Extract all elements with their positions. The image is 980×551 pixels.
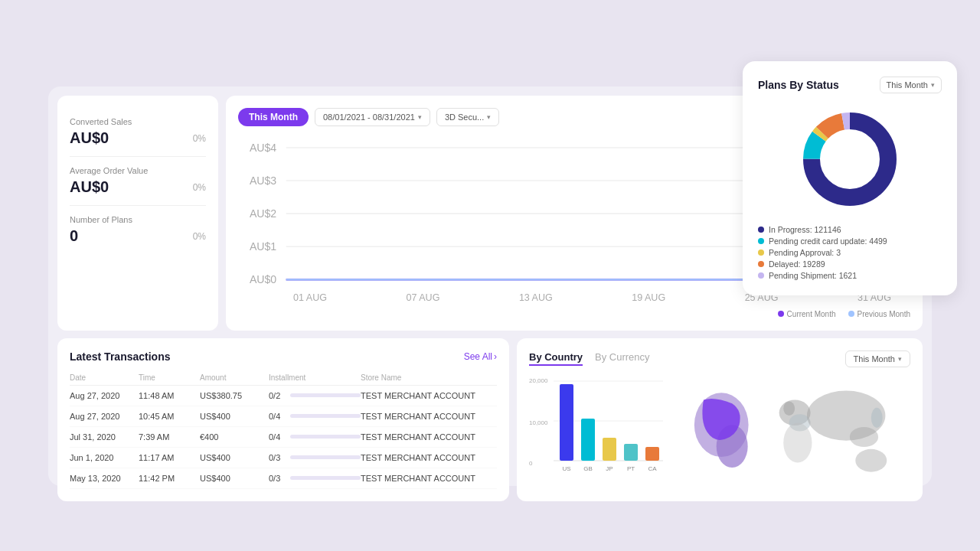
svg-point-38 <box>783 401 795 416</box>
td-date: Aug 27, 2020 <box>70 412 139 421</box>
td-store: TEST MERCHANT ACCOUNT <box>361 474 497 483</box>
legend-item: Pending Approval: 3 <box>758 248 942 257</box>
country-this-month-button[interactable]: This Month ▾ <box>845 350 910 367</box>
filter-label: 3D Secu... <box>445 112 484 122</box>
plans-this-month-label: This Month <box>887 80 928 90</box>
svg-text:JP: JP <box>606 465 612 472</box>
col-date: Date <box>70 373 139 382</box>
stat-num-plans-value: 0 <box>70 227 78 245</box>
svg-point-41 <box>871 407 883 427</box>
svg-text:PT: PT <box>627 465 635 472</box>
arrow-right-icon: › <box>494 351 497 362</box>
svg-point-43 <box>855 448 887 471</box>
filter-button[interactable]: 3D Secu... ▾ <box>436 108 499 126</box>
td-date: Aug 27, 2020 <box>70 391 139 400</box>
this-month-button[interactable]: This Month <box>238 108 309 126</box>
plans-this-month-button[interactable]: This Month ▾ <box>880 77 942 93</box>
svg-rect-28 <box>603 438 616 461</box>
chevron-down-icon: ▾ <box>931 81 935 89</box>
donut-chart <box>758 106 942 213</box>
legend-label: Pending Approval: 3 <box>769 248 841 257</box>
stat-avg-order-label: Average Order Value <box>70 166 206 175</box>
bar-chart: 20,000 10,000 0 US GB <box>529 375 682 489</box>
legend-item: Pending Shipment: 1621 <box>758 271 942 280</box>
td-time: 11:42 PM <box>139 474 200 483</box>
see-all-label: See All <box>464 351 492 362</box>
plans-legend: In Progress: 121146 Pending credit card … <box>758 225 942 280</box>
td-store: TEST MERCHANT ACCOUNT <box>361 412 497 421</box>
td-installment: 0/4 <box>269 432 361 442</box>
td-time: 11:48 AM <box>139 391 200 400</box>
legend-previous: Previous Month <box>848 310 910 318</box>
col-store: Store Name <box>361 373 497 382</box>
svg-rect-32 <box>645 447 659 461</box>
legend-item: In Progress: 121146 <box>758 225 942 234</box>
svg-text:AU$4: AU$4 <box>250 142 276 154</box>
svg-rect-24 <box>560 384 573 461</box>
svg-text:10,000: 10,000 <box>529 419 548 426</box>
country-header: By Country By Currency This Month ▾ <box>529 350 910 367</box>
td-amount: US$400 <box>200 453 269 462</box>
legend-item: Pending credit card update: 4499 <box>758 236 942 246</box>
chevron-down-icon: ▾ <box>898 355 902 363</box>
td-date: May 13, 2020 <box>70 474 139 483</box>
td-date: Jun 1, 2020 <box>70 453 139 462</box>
td-amount: US$400 <box>200 474 269 483</box>
td-store: TEST MERCHANT ACCOUNT <box>361 432 497 442</box>
date-range-button[interactable]: 08/01/2021 - 08/31/2021 ▾ <box>315 108 430 126</box>
date-range-label: 08/01/2021 - 08/31/2021 <box>323 112 415 122</box>
stat-converted-sales-percent: 0% <box>193 133 206 144</box>
table-row: Aug 27, 2020 11:48 AM US$380.75 0/2 TEST… <box>70 386 497 406</box>
td-time: 11:17 AM <box>139 453 200 462</box>
svg-text:US: US <box>562 465 570 472</box>
legend-label: Delayed: 19289 <box>769 259 825 269</box>
svg-text:AU$3: AU$3 <box>250 174 276 187</box>
legend-label: Pending Shipment: 1621 <box>769 271 857 280</box>
world-map <box>682 375 910 489</box>
table-row: Aug 27, 2020 10:45 AM US$400 0/4 TEST ME… <box>70 406 497 427</box>
td-date: Jul 31, 2020 <box>70 432 139 442</box>
col-amount: Amount <box>200 373 269 382</box>
chart-legend: Current Month Previous Month <box>238 310 910 318</box>
see-all-link[interactable]: See All › <box>464 351 497 362</box>
td-time: 7:39 AM <box>139 432 200 442</box>
td-time: 10:45 AM <box>139 412 200 421</box>
stat-converted-sales-value: AU$0 <box>70 129 109 147</box>
country-tabs: By Country By Currency <box>529 351 650 366</box>
col-installment: Installment <box>269 373 361 382</box>
td-amount: US$400 <box>200 412 269 421</box>
stat-avg-order: Average Order Value AU$0 0% <box>70 157 206 206</box>
svg-text:AU$0: AU$0 <box>250 273 276 285</box>
legend-item: Delayed: 19289 <box>758 259 942 269</box>
legend-label: Pending credit card update: 4499 <box>769 236 887 246</box>
legend-current: Current Month <box>778 310 836 318</box>
td-installment: 0/2 <box>269 391 361 400</box>
td-store: TEST MERCHANT ACCOUNT <box>361 453 497 462</box>
td-store: TEST MERCHANT ACCOUNT <box>361 391 497 400</box>
td-installment: 0/3 <box>269 453 361 462</box>
tab-by-currency[interactable]: By Currency <box>595 351 650 366</box>
svg-text:13 AUG: 13 AUG <box>519 292 553 302</box>
table-header: Date Time Amount Installment Store Name <box>70 370 497 386</box>
bottom-row: Latest Transactions See All › Date Time … <box>57 338 923 501</box>
svg-text:20,000: 20,000 <box>529 377 548 384</box>
transaction-rows: Aug 27, 2020 11:48 AM US$380.75 0/2 TEST… <box>70 386 497 489</box>
transactions-panel: Latest Transactions See All › Date Time … <box>57 338 509 501</box>
svg-rect-30 <box>624 444 638 461</box>
country-this-month-label: This Month <box>854 354 895 364</box>
country-content: 20,000 10,000 0 US GB <box>529 375 910 489</box>
svg-text:GB: GB <box>583 465 593 472</box>
td-installment: 0/4 <box>269 412 361 421</box>
stat-converted-sales-label: Converted Sales <box>70 117 206 126</box>
plans-title: Plans By Status <box>758 79 839 91</box>
svg-text:19 AUG: 19 AUG <box>632 292 665 302</box>
table-row: Jul 31, 2020 7:39 AM €400 0/4 TEST MERCH… <box>70 427 497 448</box>
svg-point-42 <box>850 426 878 446</box>
tab-by-country[interactable]: By Country <box>529 351 583 366</box>
svg-point-39 <box>783 422 812 462</box>
svg-point-49 <box>821 130 879 188</box>
stat-num-plans: Number of Plans 0 0% <box>70 206 206 254</box>
td-amount: US$380.75 <box>200 391 269 400</box>
svg-text:CA: CA <box>648 465 657 472</box>
plans-card: Plans By Status This Month ▾ <box>743 61 957 295</box>
